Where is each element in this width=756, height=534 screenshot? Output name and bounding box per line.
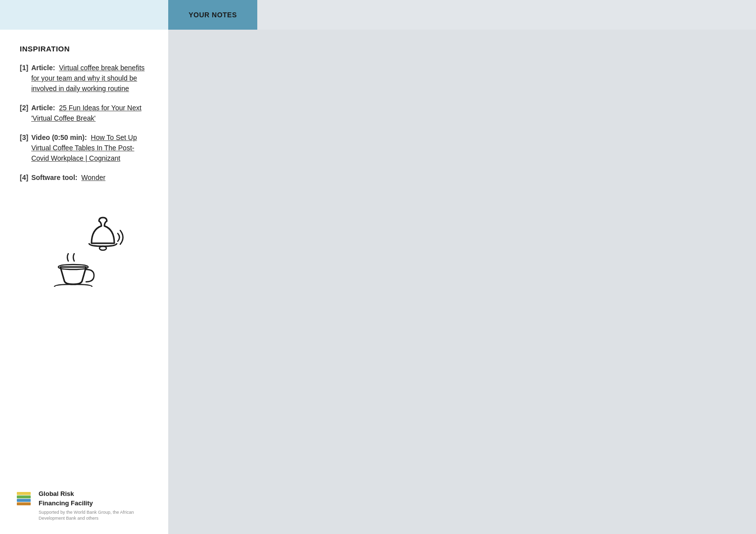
ref-num-1: [1] bbox=[20, 63, 28, 73]
svg-rect-3 bbox=[17, 495, 31, 498]
org-tagline: Supported by the World Bank Group, the A… bbox=[39, 509, 153, 522]
list-item: [4] Software tool: Wonder bbox=[20, 173, 148, 183]
svg-rect-2 bbox=[17, 499, 31, 502]
footer: Global RiskFinancing Facility Supported … bbox=[0, 480, 168, 534]
right-panel: YOUR NOTES bbox=[168, 0, 756, 534]
list-item: [3] Video (0:50 min): How To Set Up Virt… bbox=[20, 133, 148, 164]
ref-num-4: [4] bbox=[20, 173, 28, 183]
left-panel: INSPIRATION [1] Article: Virtual coffee … bbox=[0, 0, 168, 534]
ref-type-3: Video (0:50 min): bbox=[31, 134, 87, 141]
notes-header-bar: YOUR NOTES bbox=[168, 0, 257, 30]
grff-logo bbox=[15, 490, 33, 508]
list-item: [2] Article: 25 Fun Ideas for Your Next … bbox=[20, 103, 148, 124]
section-title: INSPIRATION bbox=[20, 44, 148, 53]
left-top-bar bbox=[0, 0, 168, 30]
left-content: INSPIRATION [1] Article: Virtual coffee … bbox=[0, 30, 168, 534]
footer-text: Global RiskFinancing Facility Supported … bbox=[39, 490, 153, 522]
notes-content-area[interactable] bbox=[168, 30, 756, 534]
svg-rect-4 bbox=[17, 492, 31, 495]
notes-label: YOUR NOTES bbox=[189, 11, 237, 19]
reference-list: [1] Article: Virtual coffee break benefi… bbox=[20, 63, 148, 183]
org-name: Global RiskFinancing Facility bbox=[39, 490, 153, 507]
coffee-illustration bbox=[20, 203, 148, 292]
svg-point-0 bbox=[99, 246, 106, 250]
svg-rect-1 bbox=[17, 502, 31, 505]
ref-num-2: [2] bbox=[20, 103, 28, 113]
ref-num-3: [3] bbox=[20, 133, 28, 143]
list-item: [1] Article: Virtual coffee break benefi… bbox=[20, 63, 148, 94]
ref-link-4[interactable]: Wonder bbox=[81, 174, 105, 181]
ref-type-1: Article: bbox=[31, 64, 55, 72]
ref-type-2: Article: bbox=[31, 104, 55, 112]
ref-type-4: Software tool: bbox=[31, 174, 77, 181]
